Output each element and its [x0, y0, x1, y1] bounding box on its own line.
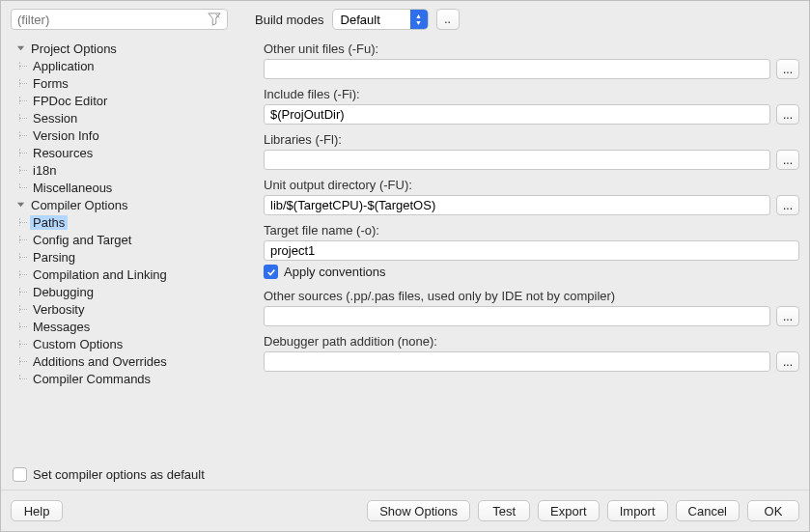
field-label: Include files (-Fi): — [264, 87, 799, 101]
browse-button[interactable]: ... — [776, 306, 799, 326]
field-label: Target file name (-o): — [264, 223, 799, 238]
paths-panel: Other unit files (-Fu): ... Include file… — [242, 34, 799, 490]
target-file-input[interactable] — [264, 240, 799, 261]
browse-button[interactable]: ... — [776, 104, 799, 125]
tree-item-forms[interactable]: Forms — [11, 74, 242, 92]
tree-item-compiler-commands[interactable]: Compiler Commands — [11, 370, 242, 387]
tree-item-resources[interactable]: Resources — [11, 144, 242, 161]
field-label: Libraries (-Fl): — [264, 132, 799, 147]
test-button[interactable]: Test — [478, 500, 530, 521]
build-modes-select-wrap: Default ▲▼ — [332, 9, 429, 30]
debugger-path-input[interactable] — [264, 351, 770, 372]
field-other-unit-files: Other unit files (-Fu): ... — [264, 42, 799, 79]
tree-group-compiler-options[interactable]: Compiler Options — [11, 196, 242, 213]
apply-conventions-row[interactable]: Apply conventions — [264, 265, 799, 279]
field-label: Debugger path addition (none): — [264, 334, 799, 349]
topbar: Build modes Default ▲▼ .. — [1, 1, 809, 34]
options-tree: Project Options Application Forms FPDoc … — [11, 36, 242, 462]
cancel-button[interactable]: Cancel — [676, 500, 740, 521]
filter-input[interactable] — [15, 12, 206, 28]
export-button[interactable]: Export — [538, 500, 600, 521]
tree-item-compilation-and-linking[interactable]: Compilation and Linking — [11, 266, 242, 283]
tree-item-additions-and-overrides[interactable]: Additions and Overrides — [11, 352, 242, 370]
set-default-checkbox[interactable] — [13, 467, 27, 482]
options-dialog: Build modes Default ▲▼ .. Project Option… — [0, 0, 810, 532]
apply-conventions-label: Apply conventions — [284, 265, 386, 279]
show-options-button[interactable]: Show Options — [367, 500, 470, 521]
libraries-input[interactable] — [264, 150, 770, 170]
browse-button[interactable]: ... — [776, 195, 799, 215]
tree-item-version-info[interactable]: Version Info — [11, 126, 242, 144]
sidebar: Project Options Application Forms FPDoc … — [11, 34, 242, 490]
browse-button[interactable]: ... — [776, 351, 799, 372]
tree-group-label: Compiler Options — [28, 198, 130, 212]
tree-group-label: Project Options — [28, 42, 120, 56]
field-unit-output: Unit output directory (-FU): ... — [264, 178, 799, 215]
build-modes-select[interactable]: Default — [332, 9, 429, 30]
field-libraries: Libraries (-Fl): ... — [264, 132, 799, 170]
tree-item-paths[interactable]: Paths — [11, 213, 242, 231]
include-files-input[interactable] — [264, 104, 770, 125]
tree-item-i18n[interactable]: i18n — [11, 161, 242, 179]
other-unit-files-input[interactable] — [264, 59, 770, 79]
build-modes-label: Build modes — [255, 13, 324, 27]
browse-button[interactable]: ... — [776, 59, 799, 79]
filter-clear-icon[interactable] — [206, 11, 223, 28]
set-default-label: Set compiler options as default — [33, 467, 205, 482]
unit-output-input[interactable] — [264, 195, 770, 215]
field-other-sources: Other sources (.pp/.pas files, used only… — [264, 289, 799, 326]
field-include-files: Include files (-Fi): ... — [264, 87, 799, 125]
body: Project Options Application Forms FPDoc … — [1, 34, 809, 490]
tree-item-verbosity[interactable]: Verbosity — [11, 300, 242, 318]
tree-item-parsing[interactable]: Parsing — [11, 248, 242, 266]
tree-item-messages[interactable]: Messages — [11, 318, 242, 335]
footer: Help Show Options Test Export Import Can… — [1, 490, 809, 531]
tree-item-session[interactable]: Session — [11, 109, 242, 126]
field-label: Unit output directory (-FU): — [264, 178, 799, 192]
disclosure-triangle-icon[interactable] — [14, 199, 26, 210]
browse-button[interactable]: ... — [776, 150, 799, 170]
filter-field[interactable] — [11, 9, 228, 30]
set-default-row[interactable]: Set compiler options as default — [11, 462, 242, 490]
tree-item-fpdoc-editor[interactable]: FPDoc Editor — [11, 92, 242, 109]
tree-item-debugging[interactable]: Debugging — [11, 283, 242, 300]
field-debugger-path: Debugger path addition (none): ... — [264, 334, 799, 372]
import-button[interactable]: Import — [607, 500, 668, 521]
tree-item-config-and-target[interactable]: Config and Target — [11, 231, 242, 248]
tree-item-custom-options[interactable]: Custom Options — [11, 335, 242, 352]
disclosure-triangle-icon[interactable] — [14, 42, 26, 54]
tree-item-miscellaneous[interactable]: Miscellaneous — [11, 179, 242, 196]
build-modes-more-button[interactable]: .. — [436, 9, 460, 30]
field-label: Other unit files (-Fu): — [264, 42, 799, 56]
field-target-file: Target file name (-o): — [264, 223, 799, 261]
help-button[interactable]: Help — [11, 500, 63, 521]
other-sources-input[interactable] — [264, 306, 770, 326]
tree-group-project-options[interactable]: Project Options — [11, 40, 242, 57]
field-label: Other sources (.pp/.pas files, used only… — [264, 289, 799, 303]
tree-item-application[interactable]: Application — [11, 57, 242, 74]
ok-button[interactable]: OK — [747, 500, 799, 521]
apply-conventions-checkbox[interactable] — [264, 265, 278, 279]
